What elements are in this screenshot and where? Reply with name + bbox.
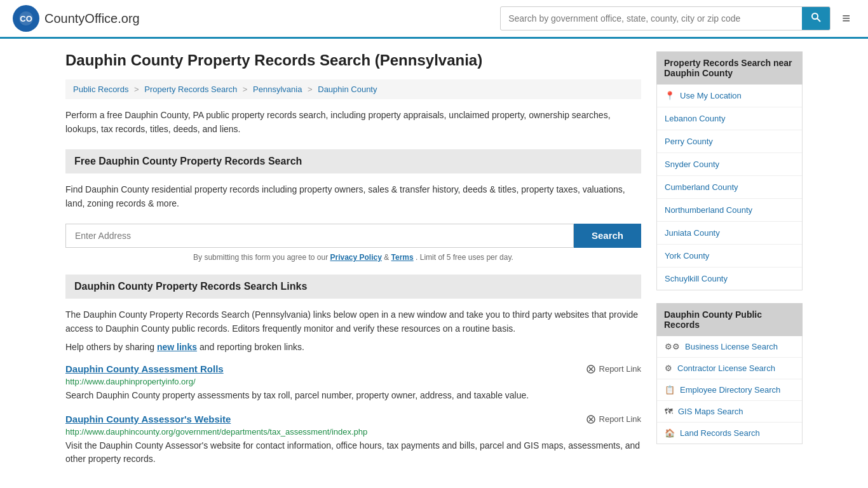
record-desc-2: Visit the Dauphin County Assessor's webs…: [65, 439, 641, 466]
sidebar-gis-maps[interactable]: 🗺 GIS Maps Search: [657, 401, 802, 423]
sidebar-link-york[interactable]: York County: [657, 245, 802, 268]
nearby-header: Property Records Search near Dauphin Cou…: [656, 51, 803, 85]
sidebar-link-cumberland[interactable]: Cumberland County: [657, 176, 802, 199]
sidebar-link-lebanon[interactable]: Lebanon County: [657, 107, 802, 130]
free-search-section: Free Dauphin County Property Records Sea…: [65, 149, 641, 262]
breadcrumb-sep-3: >: [308, 85, 313, 94]
contractor-license-icon: ⚙: [665, 363, 672, 373]
report-link-btn-1[interactable]: Report Link: [586, 364, 641, 374]
sidebar-link-perry[interactable]: Perry County: [657, 130, 802, 153]
nearby-section: Property Records Search near Dauphin Cou…: [656, 51, 803, 290]
record-item-header-2: Dauphin County Assessor's Website Report…: [65, 414, 641, 424]
record-item-2: Dauphin County Assessor's Website Report…: [65, 414, 641, 466]
sidebar-land-records[interactable]: 🏠 Land Records Search: [657, 423, 802, 444]
gis-maps-icon: 🗺: [665, 407, 673, 416]
header-search-container: [500, 6, 831, 30]
public-records-section: Dauphin County Public Records ⚙⚙ Busines…: [656, 303, 803, 444]
header-search-input[interactable]: [501, 8, 802, 29]
main-container: Dauphin County Property Records Search (…: [53, 39, 815, 488]
public-records-links: ⚙⚙ Business License Search ⚙ Contractor …: [656, 336, 803, 444]
share-line: Help others by sharing new links and rep…: [65, 342, 641, 352]
sidebar-link-juniata[interactable]: Juniata County: [657, 222, 802, 245]
breadcrumb-public-records[interactable]: Public Records: [73, 85, 128, 94]
address-search-form: Search: [65, 224, 641, 248]
breadcrumb-pennsylvania[interactable]: Pennsylvania: [253, 85, 302, 94]
location-pin-icon: 📍: [665, 91, 675, 100]
links-section: Dauphin County Property Records Search L…: [65, 274, 641, 466]
terms-link[interactable]: Terms: [391, 253, 414, 262]
record-item-header-1: Dauphin County Assessment Rolls Report L…: [65, 363, 641, 374]
svg-point-3: [812, 13, 818, 19]
sidebar-link-schuylkill[interactable]: Schuylkill County: [657, 268, 802, 290]
page-description: Perform a free Dauphin County, PA public…: [65, 108, 641, 137]
use-location-link[interactable]: 📍 Use My Location: [657, 85, 802, 107]
sidebar-link-northumberland[interactable]: Northumberland County: [657, 199, 802, 222]
page-title: Dauphin County Property Records Search (…: [65, 51, 641, 69]
menu-icon[interactable]: ≡: [837, 8, 855, 29]
free-search-description: Find Dauphin County residential property…: [65, 182, 641, 211]
nearby-links: 📍 Use My Location Lebanon County Perry C…: [656, 85, 803, 290]
logo-icon: CO: [13, 5, 39, 32]
record-url-1[interactable]: http://www.dauphinpropertyinfo.org/: [65, 377, 641, 386]
privacy-policy-link[interactable]: Privacy Policy: [330, 253, 382, 262]
new-links-link[interactable]: new links: [157, 342, 197, 352]
form-note: By submitting this form you agree to our…: [65, 253, 641, 262]
sidebar: Property Records Search near Dauphin Cou…: [656, 51, 803, 478]
links-description: The Dauphin County Property Records Sear…: [65, 308, 641, 336]
breadcrumb-dauphin-county[interactable]: Dauphin County: [318, 85, 377, 94]
business-license-icon: ⚙⚙: [665, 342, 680, 351]
breadcrumb-property-records-search[interactable]: Property Records Search: [144, 85, 237, 94]
header: CO CountyOffice.org ≡: [0, 0, 868, 39]
logo-area: CO CountyOffice.org: [13, 5, 140, 32]
sidebar-link-snyder[interactable]: Snyder County: [657, 153, 802, 176]
report-link-btn-2[interactable]: Report Link: [586, 414, 641, 424]
land-records-icon: 🏠: [665, 428, 675, 438]
breadcrumb-sep-1: >: [134, 85, 139, 94]
sidebar-business-license[interactable]: ⚙⚙ Business License Search: [657, 336, 802, 358]
record-desc-1: Search Dauphin County property assessmen…: [65, 389, 641, 402]
sidebar-contractor-license[interactable]: ⚙ Contractor License Search: [657, 358, 802, 379]
record-title-1[interactable]: Dauphin County Assessment Rolls: [65, 363, 224, 374]
svg-line-4: [817, 18, 820, 22]
header-search-button[interactable]: [802, 7, 830, 30]
breadcrumb-sep-2: >: [243, 85, 248, 94]
employee-directory-icon: 📋: [665, 385, 675, 395]
links-section-header: Dauphin County Property Records Search L…: [65, 274, 641, 299]
content-area: Dauphin County Property Records Search (…: [65, 51, 641, 478]
address-search-button[interactable]: Search: [574, 224, 641, 248]
logo-text: CountyOffice.org: [44, 11, 140, 26]
record-title-2[interactable]: Dauphin County Assessor's Website: [65, 414, 231, 424]
record-item-1: Dauphin County Assessment Rolls Report L…: [65, 363, 641, 402]
header-right: ≡: [500, 6, 855, 30]
free-search-header: Free Dauphin County Property Records Sea…: [65, 149, 641, 173]
sidebar-employee-directory[interactable]: 📋 Employee Directory Search: [657, 379, 802, 401]
address-input[interactable]: [65, 224, 574, 248]
record-url-2[interactable]: http://www.dauphincounty.org/government/…: [65, 427, 641, 437]
svg-text:CO: CO: [20, 14, 32, 24]
public-records-header: Dauphin County Public Records: [656, 303, 803, 336]
breadcrumb: Public Records > Property Records Search…: [65, 79, 641, 99]
